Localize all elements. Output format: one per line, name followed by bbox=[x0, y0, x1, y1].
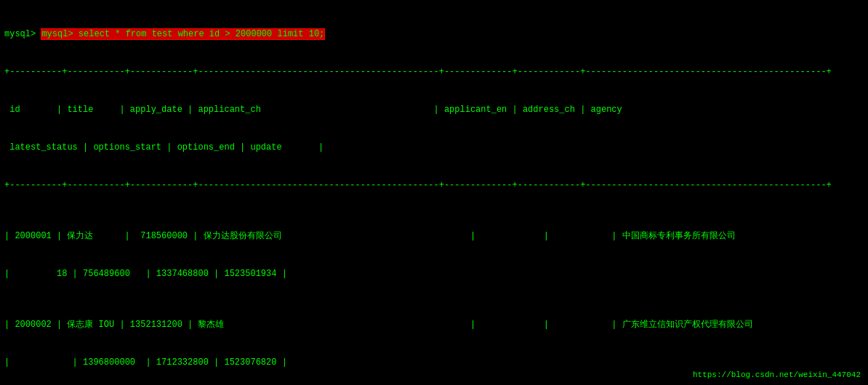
command-line: mysql> mysql> select * from test where i… bbox=[4, 28, 864, 41]
separator-top: +----------+-----------+------------+---… bbox=[4, 66, 864, 78]
table-row: | 2000002 | 保志康 IOU | 1352131200 | 黎杰雄 |… bbox=[4, 319, 864, 331]
table-row: | 2000001 | 保力达 | 718560000 | 保力达股份有限公司 … bbox=[4, 230, 864, 243]
table-row: | 18 | 756489600 | 1337468800 | 15235019… bbox=[4, 268, 864, 280]
terminal-window: mysql> mysql> select * from test where i… bbox=[0, 0, 868, 385]
sql-query: mysql> select * from test where id > 200… bbox=[41, 28, 325, 40]
header-row-1: id | title | apply_date | applicant_ch |… bbox=[4, 104, 864, 116]
header-row-2: latest_status | options_start | options_… bbox=[4, 142, 864, 154]
separator-header: +----------+-----------+------------+---… bbox=[4, 179, 864, 192]
watermark: https://blog.csdn.net/weixin_447042 bbox=[693, 370, 861, 379]
table-row: | | 1396800000 | 1712332800 | 1523076820… bbox=[4, 357, 864, 369]
prompt-prefix: mysql> bbox=[4, 29, 41, 39]
